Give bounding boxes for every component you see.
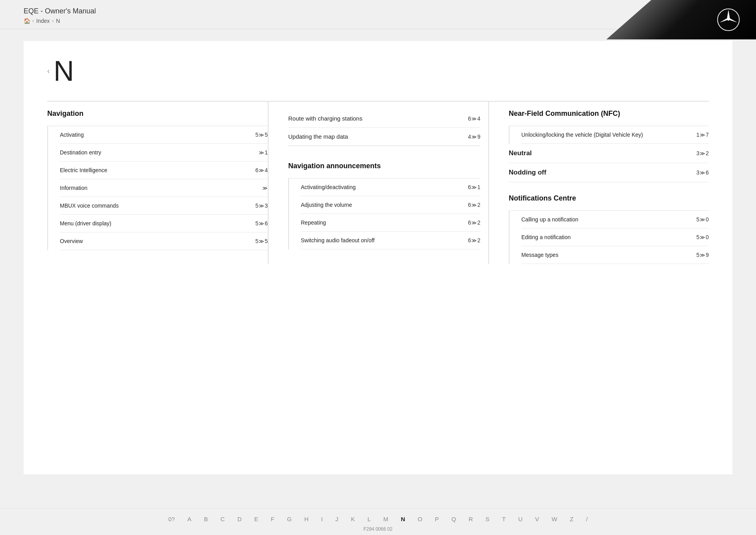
item-page-nodding: 36 <box>689 169 709 176</box>
letter-heading: ‹ N <box>47 57 709 85</box>
item-page: 55 <box>248 132 268 138</box>
alpha-L[interactable]: L <box>366 515 372 523</box>
column-nav-announcements: Route with charging stations 64 Updating… <box>268 102 488 264</box>
item-label: Electric Intelligence <box>60 167 248 173</box>
list-item[interactable]: Adjusting the volume 62 <box>301 196 480 214</box>
nav-continuation: Route with charging stations 64 Updating… <box>288 102 480 146</box>
list-item[interactable]: Overview 55 <box>60 232 268 250</box>
item-page: 53 <box>248 202 268 209</box>
breadcrumb: 🏠 › Index › N <box>24 18 96 24</box>
breadcrumb-index[interactable]: Index <box>36 18 50 24</box>
breadcrumb-sep-2: › <box>52 18 54 24</box>
alpha-I[interactable]: I <box>319 515 324 523</box>
list-item[interactable]: Repeating 62 <box>301 214 480 232</box>
nfc-sub-items: Unlocking/locking the vehicle (Digital V… <box>509 126 709 144</box>
item-label: Unlocking/locking the vehicle (Digital V… <box>521 132 689 138</box>
alpha-slash[interactable]: / <box>584 515 589 523</box>
list-item[interactable]: MBUX voice commands 53 <box>60 197 268 215</box>
item-page: 55 <box>248 238 268 244</box>
item-label: Menu (driver display) <box>60 220 248 227</box>
list-item[interactable]: Activating 55 <box>60 126 268 144</box>
main-content: ‹ N Navigation Activating 55 Destination… <box>24 41 732 474</box>
item-label: Information <box>60 185 248 191</box>
item-label: Message types <box>521 252 689 258</box>
alpha-D[interactable]: D <box>236 515 243 523</box>
alpha-Z[interactable]: Z <box>568 515 575 523</box>
list-item[interactable]: Calling up a notification 50 <box>521 211 709 228</box>
list-item[interactable]: Electric Intelligence 64 <box>60 162 268 179</box>
item-label: Repeating <box>301 219 461 226</box>
alpha-E[interactable]: E <box>253 515 260 523</box>
item-label: Destination entry <box>60 149 248 156</box>
list-item[interactable]: Updating the map data 49 <box>288 128 480 146</box>
item-label: Editing a notification <box>521 234 689 240</box>
alpha-A[interactable]: A <box>186 515 193 523</box>
section-neutral[interactable]: Neutral 32 <box>509 144 709 163</box>
alpha-O[interactable]: O <box>416 515 424 523</box>
manual-title: EQE - Owner's Manual <box>24 7 96 15</box>
item-page: 1 <box>248 149 268 156</box>
svg-point-2 <box>728 19 730 21</box>
alpha-H[interactable]: H <box>303 515 310 523</box>
alpha-W[interactable]: W <box>550 515 559 523</box>
alpha-V[interactable]: V <box>534 515 541 523</box>
section-label-nodding: Nodding off <box>509 169 689 176</box>
footer: 0? A B C D E F G H I J K L M N O P Q R S… <box>0 508 756 535</box>
alpha-B[interactable]: B <box>202 515 209 523</box>
header-logo-area <box>606 0 756 39</box>
home-icon[interactable]: 🏠 <box>24 18 30 24</box>
breadcrumb-sep-1: › <box>32 18 34 24</box>
item-label: Updating the map data <box>288 133 461 140</box>
alpha-U[interactable]: U <box>517 515 524 523</box>
list-item[interactable]: Switching audio fadeout on/off 62 <box>301 232 480 249</box>
prev-letter-arrow[interactable]: ‹ <box>47 67 50 75</box>
list-item[interactable]: Activating/deactivating 61 <box>301 178 480 196</box>
section-header-notifications: Notifications Centre <box>509 186 709 211</box>
alpha-S[interactable]: S <box>484 515 491 523</box>
item-label: MBUX voice commands <box>60 202 248 209</box>
item-page: 61 <box>461 184 480 190</box>
alpha-G[interactable]: G <box>285 515 293 523</box>
alphabet-nav: 0? A B C D E F G H I J K L M N O P Q R S… <box>0 515 756 523</box>
header: EQE - Owner's Manual 🏠 › Index › N <box>0 0 756 29</box>
column-nfc-notifications: Near-Field Communication (NFC) Unlocking… <box>488 102 709 264</box>
list-item[interactable]: Route with charging stations 64 <box>288 110 480 128</box>
nav-announcements-sub-items: Activating/deactivating 61 Adjusting the… <box>288 178 480 249</box>
list-item[interactable]: Information <box>60 179 268 197</box>
alpha-0[interactable]: 0? <box>167 515 176 523</box>
list-item[interactable]: Menu (driver display) 56 <box>60 215 268 232</box>
item-page: 64 <box>461 115 480 122</box>
notifications-sub-items: Calling up a notification 50 Editing a n… <box>509 211 709 264</box>
section-nodding[interactable]: Nodding off 36 <box>509 163 709 182</box>
item-page-neutral: 32 <box>689 150 709 156</box>
item-page: 62 <box>461 219 480 226</box>
item-label: Adjusting the volume <box>301 202 461 208</box>
column-navigation: Navigation Activating 55 Destination ent… <box>47 102 268 264</box>
section-label-neutral: Neutral <box>509 149 689 157</box>
alpha-T[interactable]: T <box>500 515 507 523</box>
list-item[interactable]: Editing a notification 50 <box>521 228 709 246</box>
item-page: 50 <box>689 234 709 240</box>
item-label: Activating/deactivating <box>301 184 461 190</box>
item-label: Activating <box>60 132 248 138</box>
alpha-Q[interactable]: Q <box>450 515 458 523</box>
list-item[interactable]: Message types 59 <box>521 246 709 264</box>
section-header-nfc: Near-Field Communication (NFC) <box>509 102 709 126</box>
alpha-M[interactable]: M <box>382 515 390 523</box>
alpha-F[interactable]: F <box>269 515 276 523</box>
header-left: EQE - Owner's Manual 🏠 › Index › N <box>24 7 96 24</box>
current-letter: N <box>54 57 74 85</box>
alpha-N[interactable]: N <box>399 515 407 523</box>
alpha-R[interactable]: R <box>467 515 474 523</box>
mercedes-logo <box>717 8 740 32</box>
list-item[interactable]: Unlocking/locking the vehicle (Digital V… <box>521 126 709 144</box>
section-header-navigation: Navigation <box>47 102 268 126</box>
list-item[interactable]: Destination entry 1 <box>60 144 268 162</box>
alpha-P[interactable]: P <box>434 515 441 523</box>
alpha-K[interactable]: K <box>349 515 356 523</box>
alpha-C[interactable]: C <box>219 515 226 523</box>
breadcrumb-letter: N <box>56 18 60 24</box>
item-page: 64 <box>248 167 268 173</box>
item-page: 49 <box>461 134 480 140</box>
alpha-J[interactable]: J <box>334 515 340 523</box>
